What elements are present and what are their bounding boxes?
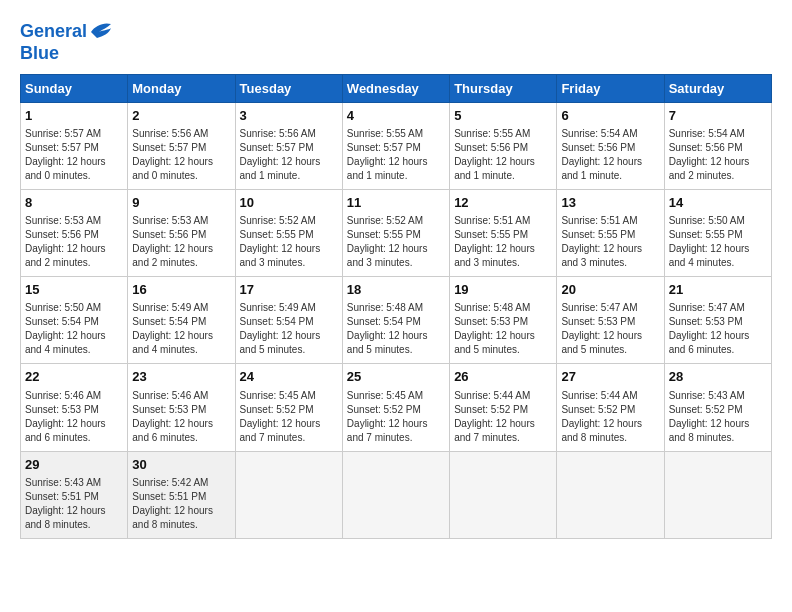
sunset-text: Sunset: 5:53 PM — [454, 316, 528, 327]
sunset-text: Sunset: 5:55 PM — [347, 229, 421, 240]
header-sunday: Sunday — [21, 74, 128, 102]
sunset-text: Sunset: 5:55 PM — [240, 229, 314, 240]
day-number: 5 — [454, 107, 552, 125]
calendar-cell: 26Sunrise: 5:44 AMSunset: 5:52 PMDayligh… — [450, 364, 557, 451]
daylight-text: Daylight: 12 hours and 1 minute. — [240, 156, 321, 181]
calendar-cell — [450, 451, 557, 538]
sunrise-text: Sunrise: 5:46 AM — [132, 390, 208, 401]
calendar-cell — [342, 451, 449, 538]
calendar-body: 1Sunrise: 5:57 AMSunset: 5:57 PMDaylight… — [21, 102, 772, 538]
calendar-cell: 12Sunrise: 5:51 AMSunset: 5:55 PMDayligh… — [450, 189, 557, 276]
calendar-week-1: 1Sunrise: 5:57 AMSunset: 5:57 PMDaylight… — [21, 102, 772, 189]
sunset-text: Sunset: 5:55 PM — [454, 229, 528, 240]
day-number: 24 — [240, 368, 338, 386]
logo-text-blue: Blue — [20, 44, 113, 64]
calendar-cell: 2Sunrise: 5:56 AMSunset: 5:57 PMDaylight… — [128, 102, 235, 189]
day-number: 29 — [25, 456, 123, 474]
day-number: 28 — [669, 368, 767, 386]
sunset-text: Sunset: 5:52 PM — [669, 404, 743, 415]
daylight-text: Daylight: 12 hours and 2 minutes. — [669, 156, 750, 181]
calendar-cell: 30Sunrise: 5:42 AMSunset: 5:51 PMDayligh… — [128, 451, 235, 538]
calendar-cell: 1Sunrise: 5:57 AMSunset: 5:57 PMDaylight… — [21, 102, 128, 189]
daylight-text: Daylight: 12 hours and 7 minutes. — [454, 418, 535, 443]
sunset-text: Sunset: 5:54 PM — [132, 316, 206, 327]
day-number: 11 — [347, 194, 445, 212]
daylight-text: Daylight: 12 hours and 0 minutes. — [25, 156, 106, 181]
daylight-text: Daylight: 12 hours and 6 minutes. — [669, 330, 750, 355]
day-number: 22 — [25, 368, 123, 386]
sunrise-text: Sunrise: 5:51 AM — [561, 215, 637, 226]
day-number: 8 — [25, 194, 123, 212]
calendar-table: SundayMondayTuesdayWednesdayThursdayFrid… — [20, 74, 772, 539]
calendar-cell: 20Sunrise: 5:47 AMSunset: 5:53 PMDayligh… — [557, 277, 664, 364]
day-number: 16 — [132, 281, 230, 299]
calendar-cell: 23Sunrise: 5:46 AMSunset: 5:53 PMDayligh… — [128, 364, 235, 451]
day-number: 6 — [561, 107, 659, 125]
sunset-text: Sunset: 5:53 PM — [25, 404, 99, 415]
daylight-text: Daylight: 12 hours and 3 minutes. — [561, 243, 642, 268]
sunset-text: Sunset: 5:51 PM — [132, 491, 206, 502]
sunrise-text: Sunrise: 5:47 AM — [561, 302, 637, 313]
day-number: 15 — [25, 281, 123, 299]
calendar-cell: 21Sunrise: 5:47 AMSunset: 5:53 PMDayligh… — [664, 277, 771, 364]
sunrise-text: Sunrise: 5:44 AM — [561, 390, 637, 401]
calendar-cell: 15Sunrise: 5:50 AMSunset: 5:54 PMDayligh… — [21, 277, 128, 364]
daylight-text: Daylight: 12 hours and 3 minutes. — [240, 243, 321, 268]
calendar-cell: 13Sunrise: 5:51 AMSunset: 5:55 PMDayligh… — [557, 189, 664, 276]
calendar-week-5: 29Sunrise: 5:43 AMSunset: 5:51 PMDayligh… — [21, 451, 772, 538]
day-number: 10 — [240, 194, 338, 212]
sunset-text: Sunset: 5:56 PM — [25, 229, 99, 240]
sunrise-text: Sunrise: 5:42 AM — [132, 477, 208, 488]
sunrise-text: Sunrise: 5:45 AM — [347, 390, 423, 401]
sunrise-text: Sunrise: 5:57 AM — [25, 128, 101, 139]
daylight-text: Daylight: 12 hours and 4 minutes. — [669, 243, 750, 268]
day-number: 27 — [561, 368, 659, 386]
logo-text-general: General — [20, 21, 87, 41]
daylight-text: Daylight: 12 hours and 8 minutes. — [669, 418, 750, 443]
sunrise-text: Sunrise: 5:54 AM — [669, 128, 745, 139]
daylight-text: Daylight: 12 hours and 5 minutes. — [454, 330, 535, 355]
sunrise-text: Sunrise: 5:43 AM — [669, 390, 745, 401]
logo-bird-icon — [89, 20, 113, 44]
day-number: 18 — [347, 281, 445, 299]
sunset-text: Sunset: 5:53 PM — [132, 404, 206, 415]
day-number: 13 — [561, 194, 659, 212]
header-saturday: Saturday — [664, 74, 771, 102]
daylight-text: Daylight: 12 hours and 7 minutes. — [347, 418, 428, 443]
sunset-text: Sunset: 5:56 PM — [561, 142, 635, 153]
daylight-text: Daylight: 12 hours and 3 minutes. — [347, 243, 428, 268]
calendar-cell: 18Sunrise: 5:48 AMSunset: 5:54 PMDayligh… — [342, 277, 449, 364]
daylight-text: Daylight: 12 hours and 2 minutes. — [132, 243, 213, 268]
calendar-cell: 6Sunrise: 5:54 AMSunset: 5:56 PMDaylight… — [557, 102, 664, 189]
sunset-text: Sunset: 5:56 PM — [132, 229, 206, 240]
calendar-cell: 27Sunrise: 5:44 AMSunset: 5:52 PMDayligh… — [557, 364, 664, 451]
sunrise-text: Sunrise: 5:56 AM — [132, 128, 208, 139]
daylight-text: Daylight: 12 hours and 5 minutes. — [561, 330, 642, 355]
calendar-cell: 14Sunrise: 5:50 AMSunset: 5:55 PMDayligh… — [664, 189, 771, 276]
sunrise-text: Sunrise: 5:51 AM — [454, 215, 530, 226]
calendar-cell: 17Sunrise: 5:49 AMSunset: 5:54 PMDayligh… — [235, 277, 342, 364]
day-number: 21 — [669, 281, 767, 299]
calendar-cell: 8Sunrise: 5:53 AMSunset: 5:56 PMDaylight… — [21, 189, 128, 276]
sunset-text: Sunset: 5:57 PM — [25, 142, 99, 153]
header-thursday: Thursday — [450, 74, 557, 102]
header-tuesday: Tuesday — [235, 74, 342, 102]
sunset-text: Sunset: 5:56 PM — [669, 142, 743, 153]
sunrise-text: Sunrise: 5:56 AM — [240, 128, 316, 139]
sunset-text: Sunset: 5:53 PM — [669, 316, 743, 327]
day-number: 19 — [454, 281, 552, 299]
sunset-text: Sunset: 5:52 PM — [561, 404, 635, 415]
day-number: 7 — [669, 107, 767, 125]
day-number: 9 — [132, 194, 230, 212]
calendar-week-3: 15Sunrise: 5:50 AMSunset: 5:54 PMDayligh… — [21, 277, 772, 364]
calendar-cell: 29Sunrise: 5:43 AMSunset: 5:51 PMDayligh… — [21, 451, 128, 538]
sunrise-text: Sunrise: 5:53 AM — [132, 215, 208, 226]
calendar-cell: 3Sunrise: 5:56 AMSunset: 5:57 PMDaylight… — [235, 102, 342, 189]
calendar-cell: 10Sunrise: 5:52 AMSunset: 5:55 PMDayligh… — [235, 189, 342, 276]
day-number: 20 — [561, 281, 659, 299]
sunrise-text: Sunrise: 5:53 AM — [25, 215, 101, 226]
calendar-header-row: SundayMondayTuesdayWednesdayThursdayFrid… — [21, 74, 772, 102]
sunset-text: Sunset: 5:52 PM — [347, 404, 421, 415]
calendar-week-2: 8Sunrise: 5:53 AMSunset: 5:56 PMDaylight… — [21, 189, 772, 276]
daylight-text: Daylight: 12 hours and 8 minutes. — [25, 505, 106, 530]
